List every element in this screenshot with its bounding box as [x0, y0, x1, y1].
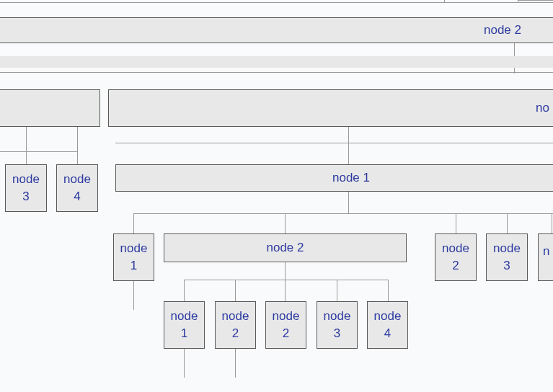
tree-node-row2-left: [0, 89, 100, 127]
node-label: node 1: [167, 308, 201, 342]
tree-node-r4-3: node 3: [486, 233, 528, 281]
node-label: node 2: [484, 22, 521, 39]
node-label: node 2: [269, 308, 303, 342]
tree-node-r4-2: node 2: [435, 233, 477, 281]
node-label: node 2: [218, 308, 252, 342]
tree-node-4: node 4: [56, 164, 98, 212]
node-label: node 1: [117, 240, 151, 275]
node-label: no: [536, 99, 549, 117]
tree-node-r5-2a: node 2: [215, 301, 256, 349]
node-label: node 2: [267, 239, 304, 257]
tree-node-r5-3: node 3: [317, 301, 358, 349]
tree-node-3: node 3: [5, 164, 47, 212]
tree-node-1-big: node 1: [115, 164, 553, 192]
node-label: node 4: [371, 308, 404, 342]
tree-node-r4-2big: node 2: [164, 233, 407, 262]
tree-node-row1: node 2: [0, 17, 553, 43]
node-label: node 2: [438, 240, 473, 275]
tree-node-small: [0, 56, 553, 68]
node-label: node 3: [490, 240, 524, 275]
node-label: node 1: [332, 169, 370, 187]
tree-node-r5-1: node 1: [164, 301, 205, 349]
node-label: n: [543, 243, 549, 260]
tree-node-row2-right: no: [108, 89, 553, 127]
tree-node-r5-4: node 4: [367, 301, 408, 349]
node-label: node 3: [320, 308, 354, 342]
tree-node-r4-right: n: [538, 233, 553, 281]
node-label: node 3: [9, 171, 43, 205]
node-label: node 4: [60, 171, 94, 205]
tree-node-r5-2b: node 2: [265, 301, 306, 349]
tree-node-r4-1: node 1: [113, 233, 154, 281]
